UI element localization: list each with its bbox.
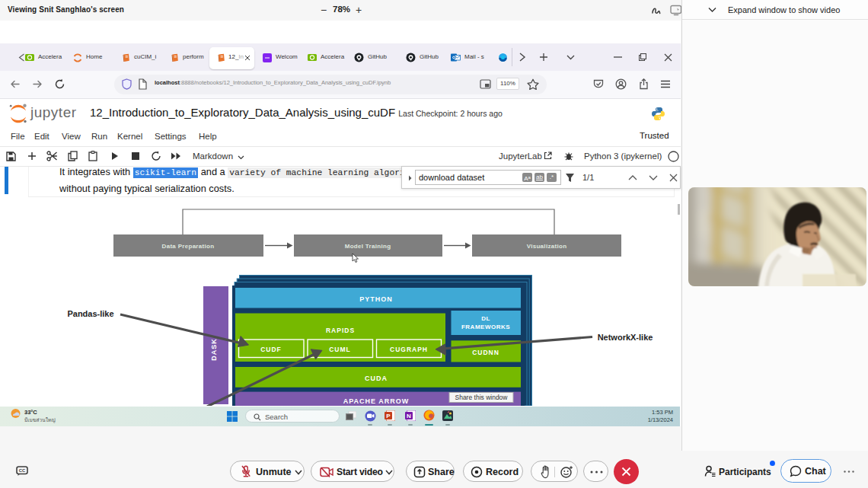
svg-text:DASK: DASK (210, 338, 218, 361)
svg-text:P: P (386, 413, 391, 419)
svg-text:N: N (407, 413, 411, 419)
svg-text:APACHE ARROW: APACHE ARROW (343, 397, 410, 405)
svg-text:Visualization: Visualization (527, 243, 567, 250)
svg-text:FRAMEWORKS: FRAMEWORKS (461, 324, 510, 330)
svg-text:Pandas-like: Pandas-like (67, 309, 113, 318)
svg-text:Data Preparation: Data Preparation (162, 243, 215, 250)
svg-text:Share this window: Share this window (455, 394, 509, 401)
svg-text:CC: CC (19, 468, 26, 473)
svg-text:Model Training: Model Training (345, 243, 391, 250)
svg-text:CUDNN: CUDNN (472, 349, 499, 356)
svg-text:CUML: CUML (329, 346, 351, 353)
svg-text:CUGRAPH: CUGRAPH (390, 346, 428, 353)
svg-text:CUDF: CUDF (260, 346, 282, 353)
svg-text:PYTHON: PYTHON (359, 295, 393, 303)
svg-text:RAPIDS: RAPIDS (326, 327, 355, 334)
svg-text:NetworkX-like: NetworkX-like (598, 333, 653, 342)
svg-text:CUDA: CUDA (365, 375, 388, 382)
svg-text:DL: DL (481, 315, 490, 322)
